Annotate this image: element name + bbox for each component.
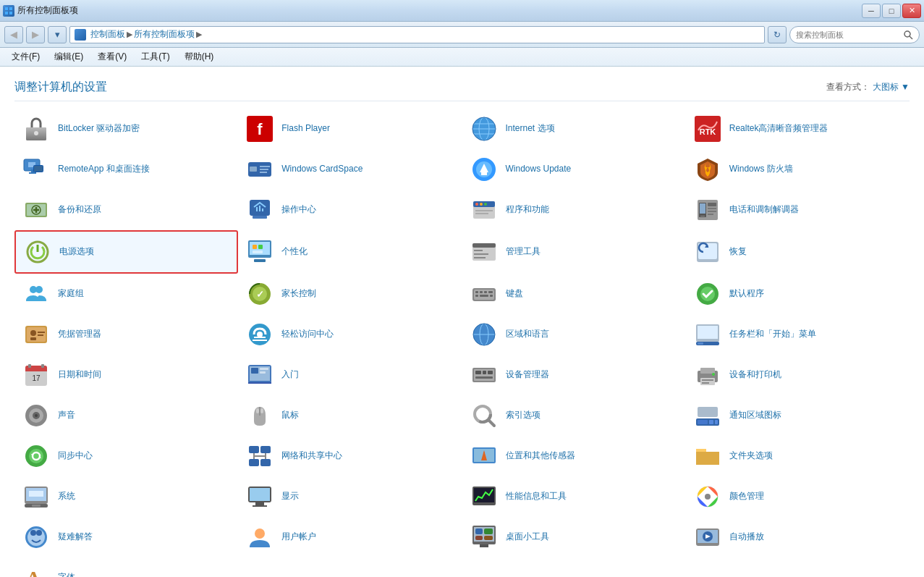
item-programs[interactable]: 程序和功能 bbox=[462, 190, 686, 230]
search-input[interactable] bbox=[796, 30, 900, 39]
svg-text:f: f bbox=[258, 120, 263, 138]
item-power[interactable]: 电源选项 bbox=[14, 230, 238, 274]
svg-point-167 bbox=[705, 494, 711, 500]
item-credential[interactable]: 凭据管理器 bbox=[14, 314, 238, 355]
item-parental[interactable]: ✓ 家长控制 bbox=[238, 274, 462, 314]
refresh-button[interactable]: ↻ bbox=[768, 26, 787, 43]
item-devmgr[interactable]: 设备管理器 bbox=[462, 355, 686, 395]
item-gadget[interactable]: 桌面小工具 bbox=[462, 517, 686, 557]
breadcrumb-item-2[interactable]: 所有控制面板项 bbox=[134, 28, 195, 41]
item-perf[interactable]: 性能信息和工具 bbox=[462, 476, 686, 517]
maximize-button[interactable]: □ bbox=[882, 4, 901, 18]
svg-point-87 bbox=[30, 330, 36, 336]
minimize-button[interactable]: ─ bbox=[862, 4, 881, 18]
search-bar[interactable] bbox=[789, 26, 920, 43]
item-recovery[interactable]: 恢复 bbox=[686, 230, 910, 274]
svg-rect-0 bbox=[5, 7, 8, 10]
menu-edit[interactable]: 编辑(E) bbox=[48, 49, 89, 64]
item-synccenter[interactable]: 同步中心 bbox=[14, 436, 238, 476]
item-personal-label: 个性化 bbox=[281, 246, 308, 258]
items-grid: BitLocker 驱动器加密 f Flash Player Internet … bbox=[14, 109, 910, 577]
item-region[interactable]: 区域和语言 bbox=[462, 314, 686, 355]
svg-rect-176 bbox=[484, 528, 493, 534]
close-button[interactable]: ✕ bbox=[902, 4, 921, 18]
menu-help[interactable]: 帮助(H) bbox=[179, 49, 220, 64]
item-ease[interactable]: 轻松访问中心 bbox=[238, 314, 462, 355]
menu-file[interactable]: 文件(F) bbox=[6, 49, 46, 64]
item-user-label: 用户帐户 bbox=[281, 531, 316, 543]
back-button[interactable]: ◀ bbox=[4, 26, 23, 43]
item-remoteapp[interactable]: RemoteApp 和桌面连接 bbox=[14, 149, 238, 190]
item-location[interactable]: 位置和其他传感器 bbox=[462, 436, 686, 476]
item-cardspace[interactable]: Windows CardSpace bbox=[238, 149, 462, 190]
item-keyboard[interactable]: 键盘 bbox=[462, 274, 686, 314]
item-taskbar[interactable]: 任务栏和「开始」菜单 bbox=[686, 314, 910, 355]
svg-rect-88 bbox=[30, 337, 36, 340]
item-keyboard-label: 键盘 bbox=[506, 288, 523, 300]
svg-point-70 bbox=[35, 286, 43, 293]
item-winupdate[interactable]: Windows Update bbox=[462, 149, 686, 190]
menu-view[interactable]: 查看(V) bbox=[92, 49, 132, 64]
item-display-label: 显示 bbox=[281, 491, 299, 502]
item-indexing[interactable]: 索引选项 bbox=[462, 395, 686, 436]
item-internet[interactable]: Internet 选项 bbox=[462, 109, 686, 149]
forward-button[interactable]: ▶ bbox=[26, 26, 45, 43]
breadcrumb-item-1[interactable]: 控制面板 bbox=[90, 28, 125, 41]
svg-rect-58 bbox=[253, 245, 257, 249]
menu-tools[interactable]: 工具(T) bbox=[135, 49, 175, 64]
item-manage[interactable]: 管理工具 bbox=[462, 230, 686, 274]
item-flash[interactable]: f Flash Player bbox=[238, 109, 462, 149]
item-realtek[interactable]: RTK Realtek高清晰音频管理器 bbox=[686, 109, 910, 149]
icon-devprinter bbox=[693, 361, 722, 389]
item-network[interactable]: 网络和共享中心 bbox=[238, 436, 462, 476]
icon-winupdate bbox=[470, 155, 499, 184]
item-color[interactable]: 颜色管理 bbox=[686, 476, 910, 517]
item-devprinter[interactable]: 设备和打印机 bbox=[686, 355, 910, 395]
item-fonts[interactable]: A 字体 bbox=[14, 557, 238, 577]
item-perf-label: 性能信息和工具 bbox=[506, 491, 567, 502]
item-notifyarea[interactable]: 通知区域图标 bbox=[686, 395, 910, 436]
title-bar: 所有控制面板项 ─ □ ✕ bbox=[0, 0, 924, 22]
item-personal[interactable]: 个性化 bbox=[238, 230, 462, 274]
icon-mouse bbox=[245, 401, 274, 430]
icon-folder bbox=[693, 442, 722, 471]
view-mode-button[interactable]: 大图标 ▼ bbox=[873, 81, 910, 93]
item-display[interactable]: 显示 bbox=[238, 476, 462, 517]
svg-rect-82 bbox=[490, 295, 493, 297]
icon-sound bbox=[22, 401, 51, 430]
icon-programs bbox=[470, 195, 499, 224]
item-getstarted[interactable]: 入门 bbox=[238, 355, 462, 395]
item-firewall[interactable]: Windows 防火墙 bbox=[686, 149, 910, 190]
item-user[interactable]: 用户帐户 bbox=[238, 517, 462, 557]
item-datetime[interactable]: 17 日期和时间 bbox=[14, 355, 238, 395]
icon-credential bbox=[22, 320, 51, 349]
item-folder[interactable]: 文件夹选项 bbox=[686, 436, 910, 476]
item-default-label: 默认程序 bbox=[729, 288, 764, 300]
item-bitlocker[interactable]: BitLocker 驱动器加密 bbox=[14, 109, 238, 149]
item-default[interactable]: 默认程序 bbox=[686, 274, 910, 314]
item-action[interactable]: 操作中心 bbox=[238, 190, 462, 230]
item-mouse[interactable]: 鼠标 bbox=[238, 395, 462, 436]
svg-rect-46 bbox=[475, 213, 488, 214]
item-backup[interactable]: 备份和还原 bbox=[14, 190, 238, 230]
icon-location bbox=[470, 442, 499, 471]
icon-personal bbox=[245, 237, 274, 266]
svg-rect-77 bbox=[480, 291, 483, 293]
item-phone[interactable]: 电话和调制解调器 bbox=[686, 190, 910, 230]
item-autoplay[interactable]: 自动播放 bbox=[686, 517, 910, 557]
item-homegroup[interactable]: 家庭组 bbox=[14, 274, 238, 314]
item-sound[interactable]: 声音 bbox=[14, 395, 238, 436]
item-color-label: 颜色管理 bbox=[729, 491, 764, 502]
item-phone-label: 电话和调制解调器 bbox=[729, 204, 799, 216]
svg-rect-106 bbox=[28, 364, 31, 368]
item-trouble[interactable]: 疑难解答 bbox=[14, 517, 238, 557]
breadcrumb: 控制面板 ▶ 所有控制面板项 ▶ bbox=[69, 26, 765, 43]
svg-rect-114 bbox=[248, 382, 271, 384]
recent-button[interactable]: ▾ bbox=[48, 26, 67, 43]
item-system[interactable]: 系统 bbox=[14, 476, 238, 517]
svg-rect-178 bbox=[484, 536, 493, 540]
svg-rect-53 bbox=[708, 211, 716, 212]
svg-rect-105 bbox=[25, 369, 47, 371]
icon-network bbox=[245, 442, 274, 471]
svg-point-42 bbox=[475, 203, 478, 206]
